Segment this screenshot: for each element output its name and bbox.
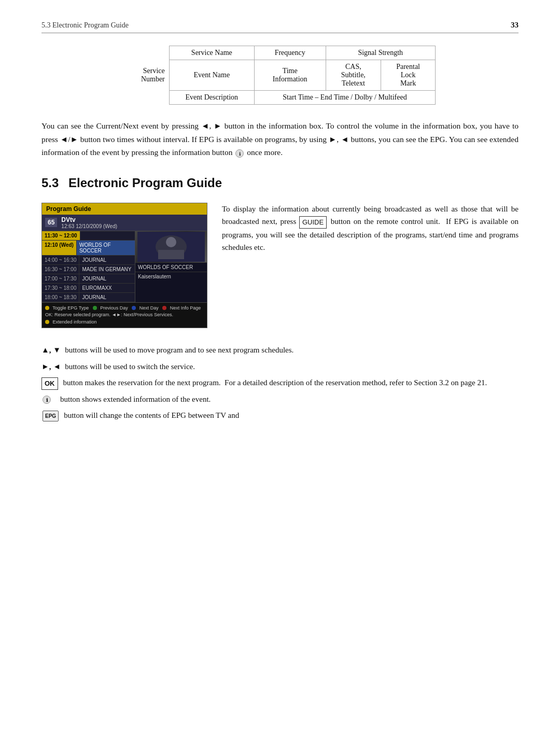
epg-row-1: 11:30 ~ 12:00 — [42, 231, 135, 241]
section-heading: 5.3 Electronic Program Guide — [41, 176, 519, 190]
btn-prev-day-icon — [93, 306, 97, 310]
epg-footer-line1: Toggle EPG Type Previous Day Next Day Ne… — [45, 305, 204, 312]
bullet-text-rightleft: buttons will be used to switch the servi… — [65, 360, 195, 374]
bullet-item-up-down: ▲, ▼ buttons will be used to move progra… — [41, 344, 519, 357]
info-button-icon-2: ℹ — [43, 396, 51, 404]
page-number: 33 — [511, 21, 519, 30]
bullet-sym-ok: OK — [41, 376, 59, 390]
epg-row-6: 17:30 ~ 18:00 EUROMAXX — [42, 284, 135, 293]
guide-button: GUIDE — [299, 216, 327, 228]
header-section-title: 5.3 Electronic Program Guide — [41, 21, 129, 30]
epg-row-5: 17:00 ~ 17:30 JOURNAL — [42, 274, 135, 284]
bullet-sym-info: ℹ — [41, 393, 56, 406]
col-parental-lock: Parental Lock Mark — [381, 60, 436, 91]
bullet-text-updown: buttons will be used to move program and… — [65, 344, 293, 357]
epg-footer: Toggle EPG Type Previous Day Next Day Ne… — [42, 302, 207, 328]
col-signal-strength: Signal Strength — [326, 46, 435, 60]
epg-screenshot: Program Guide 65 DVtv 12:63 12/10/2009 (… — [41, 203, 207, 329]
signal-info-table: Service Name Frequency Signal Strength S… — [124, 46, 436, 105]
info-table-wrapper: Service Name Frequency Signal Strength S… — [124, 46, 436, 105]
bullet-item-info: ℹ button shows extended information of t… — [41, 393, 519, 406]
svg-rect-3 — [158, 250, 184, 259]
col-event-name: Event Name — [169, 60, 254, 91]
btn-next-day-icon — [132, 306, 136, 310]
epg-title-bar: Program Guide — [42, 203, 207, 215]
btn-next-info-icon — [162, 306, 166, 310]
epg-channel-number: 65 — [45, 218, 57, 227]
epg-row-highlight: 12:10 (Wed) WORLDS OF SOCCER — [42, 241, 135, 256]
bullet-sym-updown: ▲, ▼ — [41, 344, 61, 357]
epg-footer-line3: Extended information — [45, 319, 204, 326]
epg-body: 11:30 ~ 12:00 12:10 (Wed) WORLDS OF SOCC… — [42, 231, 207, 302]
ok-button-icon: OK — [41, 377, 58, 390]
bullet-text-info: button shows extended information of the… — [60, 393, 211, 406]
epg-button-icon: EPG — [43, 411, 59, 421]
bullet-text-epg: button will change the contents of EPG b… — [64, 409, 239, 423]
page-header: 5.3 Electronic Program Guide 33 — [41, 21, 519, 33]
col-time-range: Start Time – End Time / Dolby / Multifee… — [254, 91, 435, 105]
bullet-item-right-left: ►, ◄ buttons will be used to switch the … — [41, 360, 519, 374]
epg-right-program-2: Kaiserslautern — [135, 272, 207, 281]
bullet-item-epg: EPG button will change the contents of E… — [41, 409, 519, 423]
col-event-desc: Event Description — [169, 91, 254, 105]
col-time-info: Time Information — [254, 60, 326, 91]
epg-channel-info: DVtv 12:63 12/10/2009 (Wed) — [61, 216, 117, 229]
epg-channel-row: 65 DVtv 12:63 12/10/2009 (Wed) — [42, 215, 207, 231]
col-frequency: Frequency — [254, 46, 326, 60]
svg-point-2 — [166, 237, 176, 247]
col-service-name: Service Name — [169, 46, 254, 60]
epg-row-7: 18:00 ~ 18:30 JOURNAL — [42, 293, 135, 302]
epg-row-4: 16:30 ~ 17:00 MADE IN GERMANY — [42, 265, 135, 274]
epg-row-3: 14:00 ~ 16:30 JOURNAL — [42, 256, 135, 265]
epg-left-panel: 11:30 ~ 12:00 12:10 (Wed) WORLDS OF SOCC… — [42, 231, 135, 302]
body-paragraph: You can see the Current/Next event by pr… — [41, 119, 519, 159]
btn-toggle-icon — [45, 306, 49, 310]
bullet-list: ▲, ▼ buttons will be used to move progra… — [41, 344, 519, 423]
epg-broadcast-image — [135, 231, 207, 262]
bullet-item-ok: OK button makes the reservation for the … — [41, 376, 519, 390]
epg-section: Program Guide 65 DVtv 12:63 12/10/2009 (… — [41, 203, 519, 329]
epg-footer-line2: OK: Reserve selected program. ◄►: Next/P… — [45, 312, 204, 319]
info-button-icon: ℹ — [235, 149, 244, 158]
bullet-sym-epg: EPG — [41, 409, 60, 423]
bullet-text-ok: button makes the reservation for the nex… — [63, 376, 487, 390]
epg-right-program-1: WORLDS OF SOCCER — [135, 262, 207, 272]
col-cas-subtitle: CAS, Subtitle, Teletext — [326, 60, 381, 91]
label-service-number: Service Number — [124, 60, 169, 91]
bullet-sym-rightleft: ►, ◄ — [41, 360, 61, 374]
epg-description: To display the information about current… — [222, 203, 519, 255]
epg-right-panel: WORLDS OF SOCCER Kaiserslautern — [135, 231, 207, 302]
